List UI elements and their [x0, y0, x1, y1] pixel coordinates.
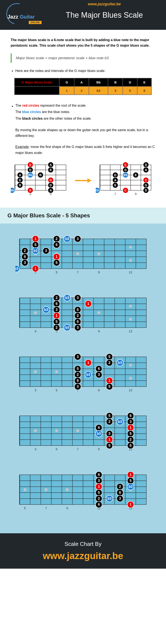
svg-text:b3: b3 [65, 237, 69, 240]
svg-text:Bb: Bb [28, 173, 32, 176]
svg-text:3: 3 [77, 296, 79, 300]
svg-text:1: 1 [98, 484, 100, 488]
svg-text:7: 7 [45, 506, 47, 510]
svg-text:9: 9 [98, 388, 100, 392]
table-label: G Major Blues Scale [15, 78, 59, 86]
svg-text:A: A [114, 178, 116, 182]
svg-text:5: 5 [56, 388, 57, 392]
svg-text:b3: b3 [128, 484, 132, 488]
svg-marker-43 [87, 178, 92, 183]
svg-text:1: 1 [56, 254, 58, 258]
svg-text:7: 7 [77, 447, 79, 451]
example-fretboard-left: 35GADEABbBEGBDBbGA [11, 161, 70, 200]
shape-diagram-2: 3579122b3361b33512562b33 [15, 293, 151, 338]
svg-text:6: 6 [98, 366, 100, 370]
svg-text:E: E [135, 173, 137, 176]
svg-text:G: G [29, 188, 32, 192]
svg-text:G: G [145, 183, 147, 187]
logo: Jazz Guitar ONLINE [7, 4, 43, 26]
svg-text:3: 3 [45, 249, 47, 252]
svg-text:5: 5 [56, 260, 58, 264]
shapes-section: 35791212b33562b336135b313579122b3361b335… [0, 224, 166, 533]
svg-text:5: 5 [129, 432, 131, 435]
svg-point-328 [45, 488, 48, 491]
svg-text:3: 3 [98, 478, 100, 482]
svg-text:A: A [19, 173, 21, 176]
svg-text:C: C [145, 178, 147, 182]
svg-point-268 [34, 429, 37, 432]
svg-text:9: 9 [98, 447, 100, 451]
header-url: www.jazzguitar.be [49, 2, 159, 6]
svg-point-214 [129, 377, 132, 380]
svg-text:D: D [145, 163, 147, 166]
svg-text:5: 5 [129, 478, 131, 482]
svg-text:Eb: Eb [96, 188, 99, 192]
arrow-icon [75, 177, 92, 184]
footer-byline: Scale Chart By [4, 541, 162, 547]
svg-text:12: 12 [129, 270, 132, 274]
svg-text:9: 9 [98, 329, 100, 333]
logo-badge: ONLINE [29, 21, 42, 24]
svg-point-151 [97, 311, 100, 314]
svg-text:3: 3 [56, 308, 58, 312]
svg-text:1: 1 [108, 378, 110, 382]
shape-diagram-3: 3579123512b3562b336135 [15, 352, 151, 397]
svg-text:2: 2 [56, 326, 58, 329]
scale-table: G Major Blues Scale G A Bb B D E 1 2 b3 … [14, 78, 152, 95]
shape-diagram-5: 5791215613512b3562b3361 [15, 470, 151, 515]
svg-text:5: 5 [56, 447, 57, 451]
svg-text:2: 2 [98, 496, 100, 500]
svg-text:C: C [124, 188, 127, 192]
svg-point-329 [66, 488, 69, 491]
content-area: The major blues scale is a 6-note scale … [0, 30, 166, 208]
svg-text:E: E [114, 183, 116, 187]
svg-text:3: 3 [129, 420, 131, 424]
svg-text:b3: b3 [15, 266, 18, 270]
svg-text:7: 7 [77, 270, 79, 274]
svg-point-327 [24, 488, 27, 491]
svg-text:2: 2 [108, 420, 110, 424]
svg-text:12: 12 [129, 388, 132, 392]
svg-point-269 [55, 429, 58, 432]
footer: Scale Chart By www.jazzguitar.be [0, 533, 166, 569]
svg-text:6: 6 [98, 426, 100, 430]
info-example: Example: move the first shape of the G m… [11, 144, 155, 156]
shape-diagram-4: 357912562b3361b3351256 [15, 411, 151, 456]
svg-text:1: 1 [87, 361, 89, 364]
svg-text:1: 1 [35, 266, 37, 270]
svg-text:3: 3 [98, 372, 100, 376]
svg-text:3: 3 [77, 237, 79, 240]
svg-text:6: 6 [24, 254, 26, 258]
svg-text:1: 1 [108, 438, 110, 441]
svg-point-213 [129, 364, 132, 366]
svg-text:E: E [50, 168, 52, 172]
svg-text:6: 6 [56, 302, 58, 306]
svg-text:5: 5 [108, 355, 110, 358]
svg-text:3: 3 [77, 384, 79, 388]
svg-text:B: B [19, 183, 21, 187]
svg-text:b3: b3 [107, 496, 111, 500]
svg-text:A: A [145, 168, 147, 172]
svg-point-91 [129, 246, 132, 249]
svg-text:3: 3 [24, 260, 26, 264]
svg-text:D: D [145, 188, 147, 192]
svg-text:b3: b3 [34, 249, 38, 252]
svg-text:A: A [50, 188, 52, 192]
svg-text:D: D [50, 183, 52, 187]
svg-point-152 [129, 305, 132, 308]
footer-url: www.jazzguitar.be [4, 550, 162, 561]
svg-text:6: 6 [56, 243, 58, 246]
svg-text:G: G [50, 178, 52, 182]
bullet-intervals: Here are the notes and intervals of the … [11, 68, 155, 74]
svg-text:1: 1 [129, 426, 131, 430]
legend: The red circles represent the root of th… [11, 102, 155, 122]
svg-point-90 [97, 252, 100, 255]
svg-text:3: 3 [119, 496, 121, 500]
svg-text:E: E [19, 178, 21, 182]
svg-text:5: 5 [77, 366, 79, 370]
svg-text:C: C [124, 163, 127, 166]
svg-text:1: 1 [129, 472, 131, 476]
svg-text:3: 3 [77, 326, 79, 329]
svg-text:5: 5 [56, 320, 58, 324]
svg-text:b3: b3 [65, 296, 69, 300]
